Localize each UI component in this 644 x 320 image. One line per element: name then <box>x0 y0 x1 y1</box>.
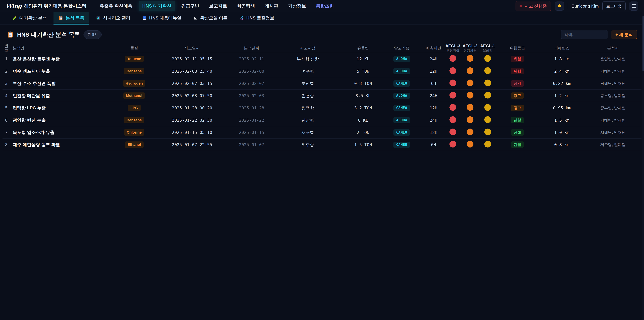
cell-spill-amount: 0.8 TON <box>346 81 381 86</box>
cell-analyst: 제주팀, 일대팀 <box>585 142 641 147</box>
material-badge: Toluene <box>124 56 144 62</box>
nav-item-6[interactable]: 기상정보 <box>284 1 310 12</box>
brand-logo[interactable]: Wing 해양환경 위기대응 통합시스템 <box>6 3 86 10</box>
aegl1-circle-icon <box>484 129 491 135</box>
cell-analyst: 남해팀, 방재팀 <box>585 118 641 123</box>
aegl2-circle-icon <box>467 104 474 111</box>
table-row[interactable]: 1울산 온산항 톨루엔 누출Toluene2025-02-11 05:15202… <box>2 53 642 65</box>
risk-grade-badge: 관찰 <box>511 117 524 123</box>
table-row[interactable]: 2여수 엠프시아 누출Benzene2025-02-08 23:402025-0… <box>2 65 642 77</box>
table-row[interactable]: 5평택항 LPG 누출LPG2025-01-28 00:202025-01-28… <box>2 102 642 114</box>
nav-item-4[interactable]: 항공탐색 <box>233 1 259 12</box>
cell-material: Ethanol <box>118 141 151 148</box>
aegl2-circle-icon <box>467 129 474 135</box>
nav-item-7[interactable]: 통합조회 <box>312 1 338 12</box>
tab-item-3[interactable]: HNS 대응매뉴얼 <box>137 12 186 25</box>
cell-material: Benzene <box>118 68 151 74</box>
material-badge: Benzene <box>124 68 144 74</box>
cell-damage-radius: 1.2 km <box>538 93 585 98</box>
page-head-actions: + 새 분석 <box>561 30 638 39</box>
cell-algorithm: ALOHA <box>381 56 422 62</box>
cell-incident-location: 부산항 <box>270 81 346 86</box>
cell-damage-radius: 1.0 km <box>538 130 585 135</box>
cell-forecast-hours: 6H <box>422 142 444 147</box>
column-header-7: 알고리즘 <box>381 46 422 50</box>
sub-tabbar: 대기확산 분석분석 목록시나리오 관리HNS 대응매뉴얼확산모델 이론HNS 물… <box>0 12 644 25</box>
cell-forecast-hours: 24H <box>422 93 444 98</box>
clipboard-icon <box>58 16 63 20</box>
notifications-button[interactable] <box>555 2 564 11</box>
column-header-4: 분석날짜 <box>233 46 270 50</box>
algorithm-badge: CAMEO <box>394 129 410 136</box>
aegl3-circle-icon <box>450 92 456 99</box>
table-row[interactable]: 4인천항 메탄올 유출Methanol2025-02-03 07:502025-… <box>2 90 642 102</box>
aegl2-circle-icon <box>467 116 474 123</box>
nav-item-2[interactable]: 긴급구난 <box>178 1 203 12</box>
cell-spill-amount: 3.2 TON <box>346 106 381 110</box>
cell-aegl1 <box>479 104 496 112</box>
table-row[interactable]: 8제주 에탄올링 탱크 파열Ethanol2025-01-07 22:55202… <box>2 139 642 151</box>
tab-label: 분석 목록 <box>66 15 84 21</box>
tab-item-2[interactable]: 시나리오 관리 <box>91 12 135 25</box>
cell-aegl3 <box>444 104 461 112</box>
cell-no: 4 <box>2 93 10 98</box>
aegl2-circle-icon <box>467 80 474 86</box>
cell-aegl1 <box>479 116 496 124</box>
cell-aegl1 <box>479 55 496 63</box>
tab-item-0[interactable]: 대기확산 분석 <box>8 12 52 25</box>
analysis-table: 번호분석명물질사고일시분석날짜사고지점유출량알고리즘예측시간AEGL-3생명위협… <box>0 44 644 151</box>
cell-no: 2 <box>2 69 10 74</box>
bell-icon <box>557 4 562 9</box>
aegl1-circle-icon <box>484 92 491 99</box>
column-header-11: AEGL-1불쾌감 <box>479 44 496 53</box>
scrollbar-thumb[interactable] <box>642 16 644 71</box>
cell-incident-datetime: 2025-02-08 23:40 <box>151 69 233 74</box>
column-header-12: 위험등급 <box>496 46 538 50</box>
cell-incident-datetime: 2025-01-28 00:20 <box>151 106 233 110</box>
table-row[interactable]: 6광양항 벤젠 누출Benzene2025-01-22 02:302025-01… <box>2 114 642 126</box>
cell-no: 7 <box>2 130 10 135</box>
nav-item-5[interactable]: 게시판 <box>261 1 282 12</box>
table-row[interactable]: 7목포항 염소스가 유출Chlorine2025-01-15 05:102025… <box>2 126 642 139</box>
cell-incident-datetime: 2025-02-11 05:15 <box>151 57 233 61</box>
nav-item-1[interactable]: HNS·대기확산 <box>139 1 175 12</box>
tab-item-5[interactable]: HNS 물질정보 <box>234 12 279 25</box>
risk-grade-badge: 위험 <box>511 68 524 74</box>
incident-status-badge: 사고 진행중 <box>515 1 551 11</box>
table-row[interactable]: 3부산 수소 추진연 폭발Hydrogen2025-02-07 03:15202… <box>2 77 642 90</box>
cell-spill-amount: 6 KL <box>346 118 381 123</box>
risk-grade-badge: 관찰 <box>511 141 524 148</box>
logout-button[interactable]: 로그아웃 <box>602 1 626 11</box>
cell-aegl3 <box>444 129 461 136</box>
algorithm-badge: ALOHA <box>394 93 410 99</box>
hamburger-icon <box>632 4 636 8</box>
nav-item-0[interactable]: 유출유 확산예측 <box>96 1 136 12</box>
cell-material: Toluene <box>118 56 151 62</box>
cell-damage-radius: 0.95 km <box>538 106 585 110</box>
page-head: HNS 대기확산 분석 목록 총 8건 + 새 분석 <box>0 25 644 44</box>
incident-label: 사고 진행중 <box>524 3 547 9</box>
cell-analysis-name: 평택항 LPG 누출 <box>10 105 118 111</box>
cell-spill-amount: 12 KL <box>346 57 381 61</box>
logo-title: 해양환경 위기대응 통합시스템 <box>24 3 86 9</box>
cell-incident-location: 여수항 <box>270 69 346 74</box>
tab-item-4[interactable]: 확산모델 이론 <box>188 12 232 25</box>
material-badge: Ethanol <box>125 141 144 148</box>
aegl2-circle-icon <box>467 55 474 62</box>
menu-button[interactable] <box>629 2 638 11</box>
tab-item-1[interactable]: 분석 목록 <box>54 12 89 25</box>
search-input[interactable] <box>561 30 608 39</box>
new-analysis-button[interactable]: + 새 분석 <box>611 30 638 39</box>
cell-risk-grade: 관찰 <box>496 117 538 123</box>
nav-item-3[interactable]: 보고자료 <box>206 1 231 12</box>
scrollbar[interactable] <box>642 0 644 320</box>
cell-forecast-hours: 24H <box>422 57 444 61</box>
topbar-divider <box>91 3 91 9</box>
cell-algorithm: CAMEO <box>381 105 422 111</box>
cell-incident-location: 제주항 <box>270 142 346 148</box>
aegl2-circle-icon <box>467 141 474 148</box>
cell-spill-amount: 5 TON <box>346 69 381 74</box>
total-count-badge: 총 8건 <box>84 30 102 39</box>
cell-risk-grade: 위험 <box>496 68 538 74</box>
aegl3-circle-icon <box>450 80 456 86</box>
